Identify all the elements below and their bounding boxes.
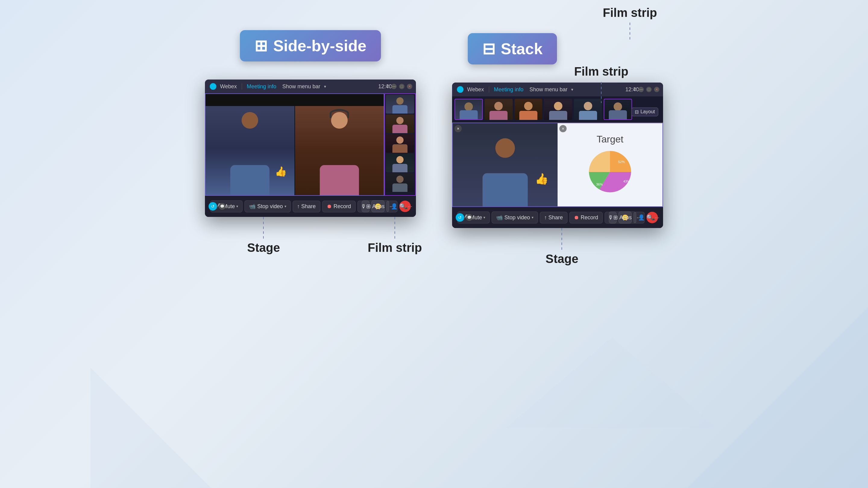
pie-label-52: 52% (618, 160, 625, 164)
filmstrip-top-dashed-line (629, 23, 630, 41)
stack-apps-label: Apps (619, 215, 632, 221)
stack-stage-annotation: Stage (546, 228, 578, 266)
stack-menu-chevron: ▾ (571, 87, 573, 92)
webex-title: Webex (220, 84, 237, 90)
participants-btn[interactable]: 👤 (391, 203, 398, 210)
stack-badge[interactable]: ⊟ Stack (468, 33, 557, 64)
stack-participants-btn[interactable]: 👤 (638, 214, 645, 221)
chart-close[interactable]: × (559, 125, 567, 132)
stack-share-btn[interactable]: ↑ Share (540, 212, 567, 224)
stack-video-icon: 📹 (496, 214, 503, 221)
filmstrip-thumb-3[interactable] (386, 134, 414, 153)
sbs-window: Webex Meeting info Show menu bar ▾ 12:40… (205, 79, 416, 217)
p1-body (230, 165, 270, 195)
pie-chart: 52% 43% 36% (586, 148, 634, 196)
filmstrip-thumb-4[interactable] (386, 154, 414, 172)
side-by-side-badge[interactable]: ⊞ Side-by-side (240, 30, 381, 61)
stack-thumb-3[interactable] (515, 99, 542, 120)
window-controls: ? — □ × (386, 84, 412, 89)
chat-icon[interactable]: 💬 (219, 203, 225, 210)
participant-1: 👍 × (206, 94, 295, 195)
ft4-head (396, 156, 404, 163)
stack-status-icons: 💬 (466, 214, 472, 221)
stack-icon: ⊟ (482, 40, 495, 58)
stack-layout-icon: ⊟ (635, 109, 639, 115)
stack-minimize-btn[interactable]: — (638, 87, 644, 92)
stack-thumb-1[interactable] (455, 99, 483, 120)
stack-record-icon: ⏺ (574, 215, 579, 221)
apps-label: Apps (372, 203, 384, 210)
filmstrip-annotation: Film strip (368, 217, 422, 255)
stack-stage: 👍 × Target (452, 123, 663, 207)
filmstrip-thumb-2[interactable] (386, 115, 414, 133)
stack-help-icon[interactable]: ? (633, 87, 636, 92)
meeting-info-text[interactable]: Meeting info (247, 84, 276, 90)
apps-icon: ⊞ (366, 203, 371, 210)
stack-layout-btn[interactable]: ⊟ Layout (631, 107, 658, 116)
stack-window: Webex Meeting info Show menu bar ▾ 12:40… (452, 83, 663, 228)
stack-p1-close[interactable]: × (455, 125, 462, 132)
more-right-btn[interactable]: ··· (408, 203, 412, 210)
stack-show-menu[interactable]: Show menu bar (530, 87, 567, 93)
mute-chevron: ▾ (236, 204, 238, 208)
filmstrip-thumb-1[interactable] (386, 95, 414, 113)
stack-chat-icon[interactable]: 💬 (466, 214, 472, 221)
ft3-body (393, 144, 407, 153)
filmstrip-thumb-5[interactable] (386, 173, 414, 192)
stack-p1-body (483, 173, 528, 206)
sbs-content-area: 👍 × (205, 93, 416, 196)
stack-window-controls: ? — □ × (633, 87, 659, 92)
ft5-head (396, 175, 404, 183)
stack-p1-thumbsup: 👍 (535, 173, 549, 185)
record-icon: ⏺ (327, 203, 332, 210)
stack-toolbar-right: ⊞ Apps 👤 🔍 ··· (609, 212, 659, 224)
stack-stop-video-btn[interactable]: 📹 Stop video ▾ (492, 212, 538, 224)
stack-close-btn[interactable]: × (654, 87, 659, 92)
stack-meeting-info[interactable]: Meeting info (494, 87, 524, 93)
stack-more-right-btn[interactable]: ··· (655, 215, 659, 221)
stack-apps-btn[interactable]: ⊞ Apps (609, 212, 636, 224)
close-btn[interactable]: × (407, 84, 412, 89)
stack-annotations: Stage (452, 228, 663, 282)
show-menu-text[interactable]: Show menu bar (282, 84, 320, 90)
menu-chevron: ▾ (324, 84, 326, 89)
maximize-btn[interactable]: □ (399, 84, 404, 89)
stack-search-btn[interactable]: 🔍 (647, 214, 653, 221)
stack-record-btn[interactable]: ⏺ Record (569, 212, 603, 224)
stack-thumb-5[interactable] (574, 99, 602, 120)
stack-thumb-6[interactable] (604, 99, 632, 120)
stack-toolbar: ↺ 💬 🎤 Mute ▾ 📹 Stop video ▾ (452, 207, 663, 228)
stack-share-label: Share (549, 215, 563, 221)
stack-video-chevron: ▾ (532, 216, 533, 220)
stop-video-btn[interactable]: 📹 Stop video ▾ (244, 200, 290, 213)
sbs-filmstrip (384, 93, 416, 196)
search-btn[interactable]: 🔍 (399, 203, 406, 210)
minimize-btn[interactable]: — (391, 84, 397, 89)
webex-logo (210, 83, 216, 90)
ft3-head (396, 136, 404, 144)
stop-video-label: Stop video (257, 203, 283, 210)
sbs-title-bar: Webex Meeting info Show menu bar ▾ 12:40… (205, 79, 416, 93)
apps-btn[interactable]: ⊞ Apps (362, 200, 389, 213)
stack-maximize-btn[interactable]: □ (646, 87, 652, 92)
stack-stage-label: Stage (546, 252, 578, 266)
share-btn[interactable]: ↑ Share (293, 201, 320, 213)
record-btn[interactable]: ⏺ Record (322, 201, 355, 213)
stack-webex-logo (457, 86, 464, 93)
help-icon[interactable]: ? (386, 84, 389, 89)
share-icon: ↑ (297, 203, 300, 210)
stack-thumb-2[interactable] (485, 99, 513, 120)
sbs-stage: 👍 × (205, 93, 384, 196)
share-label: Share (301, 203, 316, 210)
stage-top-bar (206, 94, 384, 106)
side-by-side-icon: ⊞ (254, 37, 268, 55)
pie-label-36: 36% (596, 183, 603, 186)
pie-slice-light (589, 151, 610, 172)
pie-label-43: 43% (623, 180, 630, 183)
p2-body (320, 165, 359, 195)
ft1-body (393, 105, 407, 113)
p1-head (242, 112, 258, 129)
stack-thumb-4[interactable] (544, 99, 572, 120)
stack-filmstrip-bar: ⊟ Layout (452, 96, 663, 123)
stack-record-label: Record (581, 215, 598, 221)
